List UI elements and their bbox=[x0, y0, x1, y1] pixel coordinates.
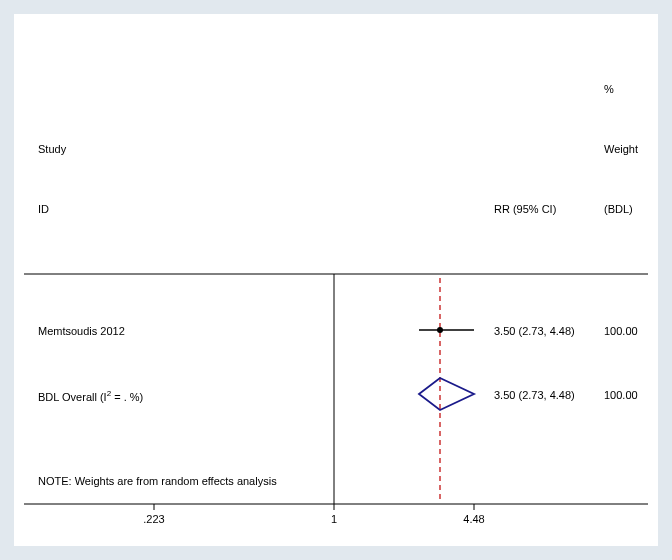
study-point bbox=[437, 327, 443, 333]
plot-svg bbox=[14, 14, 658, 546]
overall-diamond bbox=[419, 378, 474, 410]
tick-label-1: .223 bbox=[143, 514, 164, 525]
tick-label-3: 4.48 bbox=[463, 514, 484, 525]
tick-label-2: 1 bbox=[331, 514, 337, 525]
forest-plot: % Study Weight ID RR (95% CI) (BDL) Memt… bbox=[14, 14, 658, 546]
